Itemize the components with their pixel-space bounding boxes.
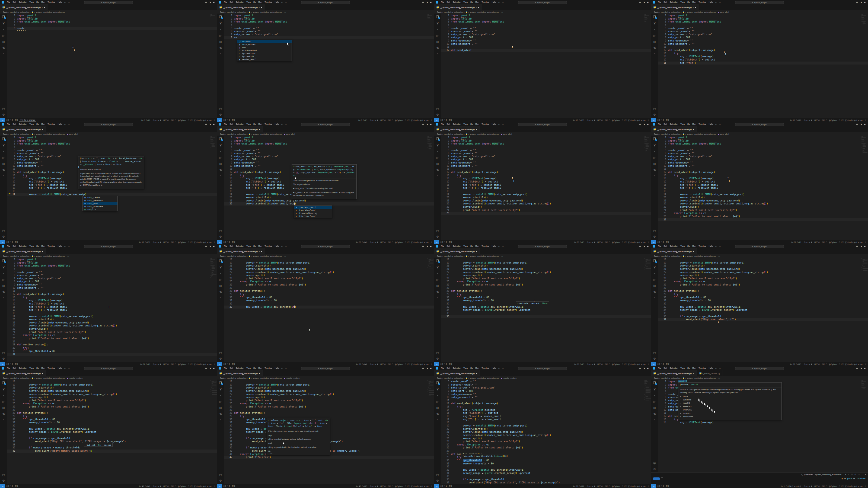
testing-icon[interactable]: ⚗ xyxy=(651,289,658,295)
notifications-bell-icon[interactable]: ⍾ xyxy=(865,241,866,243)
breadcrumb-file[interactable]: r_system_monitoring_automation.py xyxy=(468,133,499,135)
menu-run[interactable]: Run xyxy=(474,0,480,4)
nav-forward-icon[interactable]: → xyxy=(284,1,288,3)
nav-forward-icon[interactable]: → xyxy=(718,1,722,3)
tab-second-file[interactable]: r_email_sender.py xyxy=(697,370,723,376)
source-control-icon[interactable]: ⌥ xyxy=(651,392,658,398)
indentation-status[interactable]: Spaces: 4 xyxy=(370,485,378,487)
nav-forward-icon[interactable]: → xyxy=(501,367,505,369)
customize-layout-icon[interactable]: ▣ xyxy=(430,367,432,369)
command-center-search[interactable]: ⚲Python_Project xyxy=(301,245,350,248)
settings-gear-icon[interactable]: ⚙ xyxy=(217,478,224,484)
breadcrumb-file[interactable]: r_system_monitoring_automation.py xyxy=(685,11,716,13)
language-mode-status[interactable]: {} Python xyxy=(395,485,403,487)
nav-forward-icon[interactable]: → xyxy=(718,367,722,369)
code-text[interactable]: def send_alert(subject, message): xyxy=(17,293,217,296)
tab-active-file[interactable]: r_system_monitoring_automation.py● xyxy=(0,248,46,254)
code-text[interactable]: memory_usage = psutil.virtual_memory().p… xyxy=(668,308,868,312)
code-text[interactable] xyxy=(451,302,651,305)
code-text[interactable]: sender_email = "" xyxy=(17,271,217,274)
nav-forward-icon[interactable]: → xyxy=(718,245,722,248)
language-mode-status[interactable]: {} Python xyxy=(829,485,837,487)
customize-layout-icon[interactable]: ▣ xyxy=(647,367,649,369)
code-text[interactable]: import psutil xyxy=(451,14,651,18)
menu-file[interactable]: File xyxy=(657,122,662,126)
code-text[interactable] xyxy=(17,190,217,193)
explorer-icon[interactable]: ❐1 xyxy=(434,14,441,20)
indentation-status[interactable]: Spaces: 4 xyxy=(804,119,812,121)
code-text[interactable]: from email.mime.text import MIMEText xyxy=(17,142,217,145)
maximize-panel-icon[interactable]: ⌃ xyxy=(861,474,863,476)
code-text[interactable]: smtp_server = "smtp.gmail.com" xyxy=(234,155,434,158)
breadcrumb-folder[interactable]: System_monitoring_automation xyxy=(3,255,29,257)
minimap[interactable] xyxy=(427,380,434,484)
explorer-icon[interactable]: ❐1 xyxy=(0,136,7,142)
toggle-panel-icon[interactable]: ⬓ xyxy=(639,1,641,3)
code-text[interactable]: sender_email = "" xyxy=(234,27,434,30)
code-text[interactable]: print("Alert email sent successfully!") xyxy=(234,277,434,280)
run-debug-icon[interactable]: ▷ xyxy=(434,398,441,405)
menu-go[interactable]: Go xyxy=(35,122,40,126)
code-text[interactable]: print(f"Failed to send email alert: {e}"… xyxy=(668,283,868,287)
language-mode-status[interactable]: {} Python xyxy=(829,241,837,243)
remote-indicator[interactable]: >< xyxy=(651,240,656,244)
menu-run[interactable]: Run xyxy=(40,0,46,4)
language-mode-status[interactable]: {} Python xyxy=(829,119,837,121)
eol-status[interactable]: CRLF xyxy=(388,485,393,487)
menu-terminal[interactable]: Terminal xyxy=(480,366,490,370)
toggle-secondary-sidebar-icon[interactable]: ◨ xyxy=(643,1,645,3)
code-text[interactable]: import smtplib xyxy=(17,139,217,142)
code-text[interactable]: sender_email = "" xyxy=(234,149,434,152)
code-text[interactable]: import smtplib xyxy=(668,18,868,21)
menu-help[interactable]: Help xyxy=(707,0,714,4)
eol-status[interactable]: CRLF xyxy=(822,363,827,365)
menu-help[interactable]: Help xyxy=(490,366,497,370)
menu-edit[interactable]: Edit xyxy=(228,0,235,4)
account-icon[interactable]: ◎ xyxy=(217,227,224,234)
tool-status[interactable]: ⚒ 0 xyxy=(231,241,236,243)
nav-back-icon[interactable]: ← xyxy=(280,367,284,369)
tool-status[interactable]: ⚒ 0 xyxy=(14,119,19,121)
code-text[interactable]: if memory_usage > memory_threshold: xyxy=(17,446,217,450)
source-control-icon[interactable]: ⌥ xyxy=(0,26,7,33)
suggest-item-smtplib[interactable]: {}smtplib xyxy=(83,208,118,211)
menu-selection[interactable]: Selection xyxy=(235,244,245,248)
chat-icon[interactable]: ❝ xyxy=(0,173,7,180)
toggle-secondary-sidebar-icon[interactable]: ◨ xyxy=(209,245,211,248)
code-text[interactable]: print(f"Failed to send email alert: {e}"… xyxy=(17,405,217,409)
tab-active-file[interactable]: r_system_monitoring_automation.py× xyxy=(651,370,697,376)
code-text[interactable]: msg['Subject'] = subject xyxy=(451,412,651,415)
encoding-status[interactable]: UTF-8 xyxy=(163,485,168,487)
code-text[interactable]: server.login(smtp_username,smtp_password… xyxy=(234,390,434,393)
minimap[interactable] xyxy=(861,258,868,362)
explorer-icon[interactable]: ❐1 xyxy=(651,380,658,386)
cursor-position-status[interactable]: Ln 42, Col 25 xyxy=(356,485,367,487)
eol-status[interactable]: CRLF xyxy=(388,119,393,121)
code-text[interactable]: msg['from'] xyxy=(668,62,868,65)
notifications-bell-icon[interactable]: ⍾ xyxy=(648,241,649,243)
toggle-panel-icon[interactable]: ⬓ xyxy=(422,245,424,248)
toggle-secondary-sidebar-icon[interactable]: ◨ xyxy=(209,123,211,126)
breadcrumb-symbol[interactable]: … xyxy=(501,11,503,13)
code-text[interactable]: except Exception as e: xyxy=(668,212,868,215)
menu-view[interactable]: View xyxy=(28,366,35,370)
code-text[interactable]: memory_threshold = 80 xyxy=(234,421,434,424)
explorer-icon[interactable]: ❐1 xyxy=(0,258,7,264)
explorer-icon[interactable]: ❐1 xyxy=(434,258,441,264)
problems-status[interactable]: ⊘ 0 △ 1 xyxy=(439,485,448,487)
menu-go[interactable]: Go xyxy=(469,244,474,248)
eol-status[interactable]: CRLF xyxy=(171,485,176,487)
breadcrumb-file[interactable]: r_system_monitoring_automation.py xyxy=(34,133,65,135)
code-text[interactable]: receiver_email= "" xyxy=(234,152,434,155)
code-text[interactable] xyxy=(17,268,217,271)
code-text[interactable]: import smtplib xyxy=(234,18,434,21)
code-text[interactable]: except Exception as e: xyxy=(451,443,651,447)
testing-icon[interactable]: ⚗ xyxy=(434,289,441,295)
breadcrumb-folder[interactable]: System_monitoring_automation xyxy=(3,133,29,135)
code-text[interactable]: cpu_usage = psutil.cpu_percent(interval=… xyxy=(234,427,434,431)
nav-forward-icon[interactable]: → xyxy=(284,123,288,126)
minimap[interactable] xyxy=(427,14,434,118)
nav-back-icon[interactable]: ← xyxy=(63,1,67,3)
minimap[interactable] xyxy=(427,136,434,240)
code-text[interactable]: smtp_server = "smtp.gmail.com" xyxy=(668,155,868,158)
